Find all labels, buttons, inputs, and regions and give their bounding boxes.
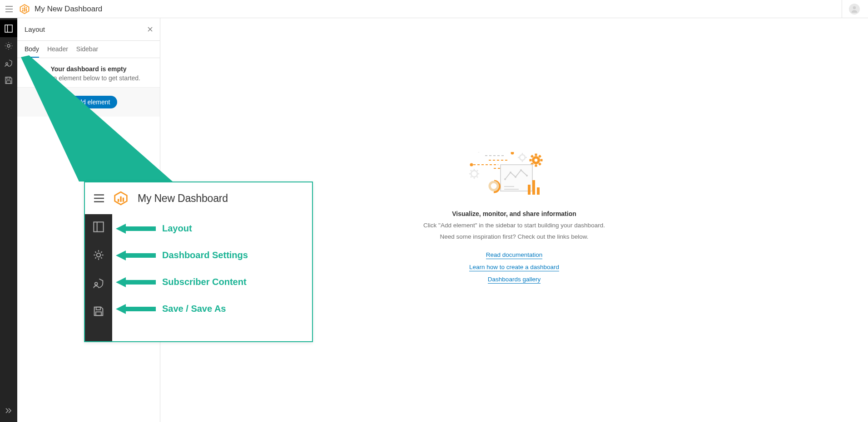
svg-point-48 [504,178,506,180]
svg-point-50 [515,176,516,178]
panel-close-button[interactable] [148,27,153,32]
svg-rect-20 [541,159,543,162]
svg-rect-3 [24,8,25,12]
callout-save-icon [92,305,105,318]
chevrons-right-icon [5,407,12,414]
callout-row-subscriber: Subscriber Content [112,277,312,287]
avatar[interactable] [849,4,860,15]
callout-label-layout: Layout [162,223,192,234]
hamburger-icon [5,6,13,12]
svg-point-30 [471,171,477,177]
callout-title: My New Dashboard [138,192,228,205]
arrow-left-icon [116,304,156,314]
svg-marker-82 [116,304,156,314]
svg-point-67 [97,253,101,257]
svg-line-74 [95,257,96,258]
callout-label-save: Save / Save As [162,304,226,314]
canvas-links: Read documentation Learn how to create a… [423,251,605,284]
svg-rect-47 [501,165,532,191]
link-read-docs[interactable]: Read documentation [486,251,543,259]
svg-rect-77 [96,307,100,310]
app-logo-icon [19,4,30,15]
callout-logo-icon [113,191,129,206]
svg-rect-64 [123,198,124,202]
rail-settings[interactable] [0,37,17,54]
svg-rect-62 [118,199,119,201]
callout-row-settings: Dashboard Settings [112,250,312,260]
add-element-button[interactable]: + Add element [60,96,118,108]
user-icon [850,5,858,13]
svg-point-39 [470,163,473,167]
callout-hamburger-icon [94,194,104,202]
add-element-label: Add element [74,98,110,106]
svg-point-49 [510,172,511,173]
svg-marker-80 [116,250,156,260]
link-learn[interactable]: Learn how to create a dashboard [469,264,559,271]
hamburger-button[interactable] [4,4,15,15]
link-gallery[interactable]: Dashboards gallery [488,276,541,284]
user-area [842,0,864,18]
canvas-empty-state: Visualize, monitor, and share informatio… [423,152,605,288]
rail-save[interactable] [0,72,17,89]
svg-point-55 [490,182,498,190]
svg-point-40 [511,152,514,155]
svg-point-8 [853,6,856,9]
panel-tabs: Body Header Sidebar [17,41,160,58]
svg-rect-19 [530,159,532,162]
svg-marker-79 [116,224,156,234]
svg-rect-56 [528,185,531,195]
tab-header[interactable]: Header [47,41,68,58]
tab-body[interactable]: Body [25,41,39,58]
gear-icon [5,42,13,50]
svg-rect-65 [94,222,103,231]
panel-header: Layout [17,18,160,41]
svg-point-52 [526,175,528,177]
svg-rect-4 [26,9,27,12]
svg-rect-58 [537,187,540,195]
svg-marker-81 [116,277,156,287]
rail-layout[interactable] [0,20,17,37]
svg-rect-57 [532,180,535,195]
callout-header: My New Dashboard [85,182,312,214]
canvas-empty-body1: Click "Add element" in the sidebar to st… [423,221,605,230]
svg-point-16 [535,159,538,162]
rail-subscriber[interactable] [0,54,17,72]
tab-sidebar[interactable]: Sidebar [76,41,98,58]
svg-rect-14 [7,81,11,83]
layout-icon [5,25,13,33]
svg-rect-2 [22,10,23,12]
empty-title: Your dashboard is empty [22,65,155,73]
save-icon [5,76,13,84]
panel-empty-message: Your dashboard is empty Add an element b… [17,58,160,88]
icon-rail [0,18,17,422]
canvas-empty-body2: Need some inspiration first? Check out t… [423,232,605,241]
callout-gear-icon [92,249,105,261]
arrow-left-icon [116,224,156,234]
svg-line-75 [101,251,102,252]
add-element-area: + Add element [17,88,160,117]
svg-line-72 [95,251,96,252]
svg-line-73 [101,257,102,258]
callout-label-settings: Dashboard Settings [162,250,248,260]
callout-labels: Layout Dashboard Settings Subscriber Con… [112,214,312,341]
page-title: My New Dashboard [35,5,102,14]
svg-point-76 [95,282,98,285]
svg-point-12 [6,63,8,64]
callout-row-save: Save / Save As [112,304,312,314]
close-icon [148,27,153,32]
arrow-left-icon [116,277,156,287]
svg-rect-17 [535,154,537,156]
plus-icon: + [67,98,71,106]
svg-line-37 [477,170,478,171]
callout-label-subscriber: Subscriber Content [162,277,247,287]
svg-rect-78 [96,312,101,315]
svg-line-35 [471,170,471,171]
svg-point-25 [520,155,525,160]
panel-title: Layout [25,25,45,33]
svg-point-11 [7,44,10,47]
callout-layout-icon [92,221,105,233]
rail-expand[interactable] [0,402,17,419]
callout-body: Layout Dashboard Settings Subscriber Con… [85,214,312,341]
svg-line-38 [471,177,471,177]
svg-rect-63 [120,196,121,202]
